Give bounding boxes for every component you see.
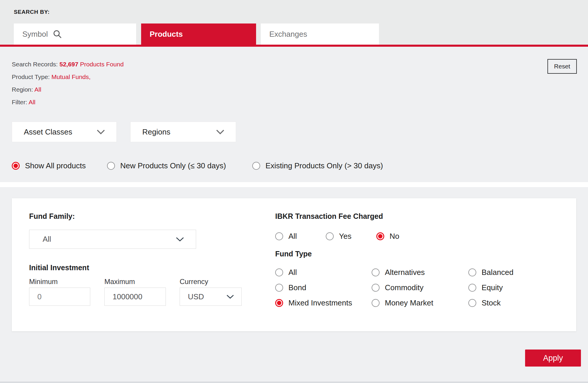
radio-fund-type-bond[interactable]: Bond [275, 283, 306, 292]
radio-label: Show All products [25, 161, 86, 170]
currency-label: Currency [180, 278, 208, 286]
fund-family-value: All [43, 235, 51, 244]
reset-button[interactable]: Reset [547, 59, 577, 74]
radio-fee-yes[interactable]: Yes [326, 232, 351, 241]
product-type-value: Mutual Funds, [51, 73, 91, 80]
maximum-label: Maximum [104, 278, 135, 286]
search-by-label: SEARCH BY: [14, 9, 50, 15]
asset-classes-label: Asset Classes [24, 127, 72, 137]
minimum-label: Minimum [29, 278, 58, 286]
search-records-line: Search Records: 52,697 Products Found [12, 61, 124, 68]
radio-fund-type-money-market[interactable]: Money Market [372, 298, 433, 308]
radio-label: No [390, 232, 399, 241]
product-type-line: Product Type: Mutual Funds, [12, 73, 91, 80]
radio-label: Existing Products Only (> 30 days) [265, 161, 383, 170]
radio-label: Commodity [385, 283, 423, 292]
chevron-down-icon [176, 237, 184, 242]
fund-family-select[interactable]: All [29, 230, 196, 249]
radio-circle [376, 232, 384, 240]
fund-family-heading: Fund Family: [29, 212, 75, 221]
radio-circle [372, 268, 380, 276]
radio-show-all-products[interactable]: Show All products [12, 161, 86, 170]
search-records-label: Search Records: [12, 61, 59, 68]
radio-fee-no[interactable]: No [376, 232, 399, 241]
radio-fund-type-stock[interactable]: Stock [468, 298, 501, 308]
tab-symbol-label: Symbol [22, 30, 48, 39]
radio-fund-type-alternatives[interactable]: Alternatives [372, 268, 425, 277]
bottom-edge [0, 382, 588, 383]
radio-label: New Products Only (≤ 30 days) [120, 161, 226, 170]
chevron-down-icon [216, 129, 225, 135]
asset-classes-dropdown[interactable]: Asset Classes [12, 122, 117, 142]
tab-symbol[interactable]: Symbol [14, 23, 136, 45]
radio-circle [12, 162, 20, 170]
radio-fee-all[interactable]: All [275, 232, 297, 241]
maximum-input[interactable] [104, 288, 166, 306]
apply-button[interactable]: Apply [525, 350, 581, 367]
filter-value: All [29, 99, 35, 105]
chevron-down-icon [226, 295, 234, 299]
filter-line: Filter: All [12, 99, 36, 106]
initial-investment-heading: Initial Investment [29, 263, 89, 272]
radio-circle [372, 284, 380, 292]
radio-label: Bond [288, 283, 306, 292]
radio-circle [275, 284, 283, 292]
records-count: 52,697 [59, 61, 78, 68]
red-divider [0, 45, 588, 47]
fee-heading: IBKR Transaction Fee Charged [275, 212, 383, 221]
radio-label: Equity [482, 283, 503, 292]
fund-type-heading: Fund Type [275, 250, 312, 258]
radio-label: Stock [482, 298, 501, 308]
tab-exchanges-label: Exchanges [269, 30, 307, 39]
radio-circle [252, 162, 260, 170]
radio-circle [275, 299, 283, 307]
tab-products[interactable]: Products [141, 23, 256, 45]
radio-label: Alternatives [385, 268, 425, 277]
radio-fund-type-mixed-investments[interactable]: Mixed Investments [275, 298, 352, 308]
product-search-page: SEARCH BY: Symbol Products Exchanges Sea… [0, 0, 588, 383]
radio-circle [468, 299, 476, 307]
region-value: All [34, 86, 41, 93]
search-icon [53, 29, 62, 39]
tab-products-label: Products [150, 30, 183, 39]
radio-circle [107, 162, 115, 170]
radio-circle [275, 232, 283, 240]
tab-exchanges[interactable]: Exchanges [261, 23, 379, 45]
radio-circle [468, 268, 476, 276]
radio-fund-type-balanced[interactable]: Balanced [468, 268, 513, 277]
radio-fund-type-equity[interactable]: Equity [468, 283, 503, 292]
minimum-input[interactable] [29, 288, 90, 306]
records-suffix: Products Found [78, 61, 123, 68]
regions-dropdown[interactable]: Regions [130, 122, 236, 142]
radio-fund-type-all[interactable]: All [275, 268, 297, 277]
radio-circle [468, 284, 476, 292]
regions-label: Regions [142, 127, 170, 137]
radio-new-products-only[interactable]: New Products Only (≤ 30 days) [107, 161, 226, 170]
chevron-down-icon [96, 129, 105, 135]
currency-value: USD [188, 292, 204, 301]
radio-existing-products-only[interactable]: Existing Products Only (> 30 days) [252, 161, 383, 170]
radio-circle [372, 299, 380, 307]
radio-label: All [288, 268, 297, 277]
radio-label: Money Market [385, 298, 433, 308]
region-line: Region: All [12, 86, 41, 93]
product-type-label: Product Type: [12, 73, 51, 80]
radio-fund-type-commodity[interactable]: Commodity [372, 283, 423, 292]
radio-label: Yes [339, 232, 351, 241]
radio-label: Mixed Investments [288, 298, 352, 308]
radio-circle [326, 232, 334, 240]
filter-label: Filter: [12, 99, 29, 105]
section-separator [0, 182, 588, 187]
radio-circle [275, 268, 283, 276]
radio-label: Balanced [482, 268, 513, 277]
region-label: Region: [12, 86, 34, 93]
currency-select[interactable]: USD [180, 288, 242, 306]
radio-label: All [288, 232, 297, 241]
